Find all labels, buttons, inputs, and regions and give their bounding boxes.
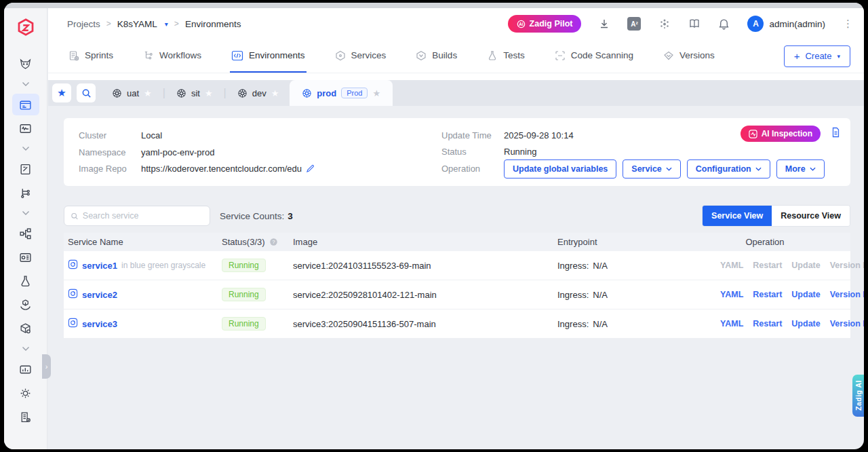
restart-link[interactable]: Restart [753, 261, 782, 270]
star-icon[interactable]: ★ [271, 88, 279, 98]
apps-cluster-icon[interactable] [658, 18, 671, 30]
service-dropdown-button[interactable]: Service [623, 159, 680, 178]
code-scanning-icon [555, 50, 566, 61]
search-service-input[interactable] [83, 211, 203, 221]
tab-builds[interactable]: Builds [414, 39, 458, 73]
row-operations: YAML Restart Update Version history [715, 261, 864, 270]
chevron-down-icon[interactable] [12, 141, 39, 156]
yaml-link[interactable]: YAML [720, 290, 743, 299]
help-icon[interactable]: ? [269, 238, 278, 246]
chevron-right-icon: › [45, 362, 48, 371]
tree-branch-icon[interactable] [12, 182, 39, 204]
service-view-button[interactable]: Service View [703, 206, 772, 226]
status-value: Running [504, 147, 536, 157]
env-tab-sit[interactable]: sit ★ [165, 80, 224, 106]
pilot-label: Zadig Pilot [530, 19, 573, 29]
pulse-monitor-icon[interactable] [12, 117, 39, 139]
env-tab-dev[interactable]: dev ★ [226, 80, 290, 106]
document-edit-icon[interactable] [12, 158, 39, 180]
header-status: Status(3/3) ? [216, 237, 288, 247]
service-name-link[interactable]: service2 [82, 290, 117, 300]
service-search[interactable] [64, 206, 210, 226]
delivery-cube-icon[interactable] [12, 294, 39, 316]
project-window-icon[interactable] [12, 94, 39, 115]
fox-icon[interactable] [12, 53, 39, 75]
zadig-ai-side-tab[interactable]: Zadig AI [852, 375, 864, 417]
bell-icon[interactable] [718, 18, 730, 30]
entrypoint-label: Ingress: [557, 261, 589, 271]
edit-pencil-icon[interactable] [306, 164, 315, 173]
chevron-down-icon[interactable] [12, 341, 39, 356]
chevron-down-icon [755, 167, 762, 171]
document-icon[interactable] [831, 127, 841, 140]
star-icon[interactable]: ★ [205, 88, 213, 98]
project-dropdown-caret-icon[interactable]: ▾ [165, 20, 168, 28]
update-link[interactable]: Update [791, 290, 820, 299]
configuration-dropdown-button[interactable]: Configuration [687, 159, 770, 178]
service-name-link[interactable]: service3 [82, 319, 117, 329]
version-history-link[interactable]: Version history [830, 290, 864, 299]
tab-tests[interactable]: Tests [486, 39, 526, 73]
star-icon[interactable]: ★ [372, 88, 380, 98]
builds-icon [416, 50, 427, 61]
search-icon [71, 212, 79, 221]
zadig-pilot-button[interactable]: AI Zadig Pilot [508, 15, 582, 33]
stats-window-icon[interactable] [12, 358, 39, 380]
env-tab-prod[interactable]: prod Prod ★ [290, 80, 393, 106]
env-tab-uat[interactable]: uat ★ [101, 80, 163, 106]
cluster-label: Cluster [79, 130, 141, 140]
dashboard-window-icon[interactable] [12, 246, 39, 268]
more-dropdown-button[interactable]: More [776, 159, 825, 178]
resource-view-button[interactable]: Resource View [772, 206, 850, 226]
chevron-down-icon[interactable] [12, 206, 39, 221]
restart-link[interactable]: Restart [753, 319, 782, 328]
gear-icon[interactable] [12, 382, 39, 404]
star-icon[interactable]: ★ [144, 88, 152, 98]
update-link[interactable]: Update [791, 261, 820, 270]
tab-versions[interactable]: Versions [662, 39, 716, 73]
tab-workflows[interactable]: Workflows [142, 39, 203, 73]
tab-services[interactable]: Services [334, 39, 388, 73]
update-global-variables-button[interactable]: Update global variables [504, 159, 616, 178]
zadig-logo-icon[interactable] [16, 18, 36, 41]
package-gear-icon[interactable] [12, 318, 39, 339]
yaml-link[interactable]: YAML [720, 261, 743, 270]
tab-sprints[interactable]: Sprints [67, 39, 115, 73]
favorite-filter-button[interactable]: ★ [52, 83, 71, 102]
env-search-button[interactable] [77, 83, 96, 102]
docs-book-icon[interactable] [688, 18, 701, 30]
breadcrumb-project[interactable]: K8sYAML [117, 19, 157, 29]
version-history-link[interactable]: Version history [830, 319, 864, 328]
kubernetes-icon [237, 88, 248, 98]
restart-link[interactable]: Restart [753, 290, 782, 299]
service-icon [68, 288, 78, 301]
pilot-ai-icon: AI [517, 20, 526, 29]
chevron-down-icon[interactable] [12, 77, 39, 92]
update-link[interactable]: Update [791, 319, 820, 328]
building-icon[interactable] [12, 406, 39, 428]
table-header-row: Service Name Status(3/3) ? Image Entrypo… [64, 233, 850, 251]
breadcrumb-page: Environments [185, 19, 241, 29]
namespace-label: Namespace [79, 147, 141, 157]
user-menu[interactable]: A admin(admin) [747, 16, 825, 32]
tab-code-scanning[interactable]: Code Scanning [553, 39, 635, 73]
breadcrumb-projects[interactable]: Projects [67, 19, 100, 29]
entrypoint-value: N/A [593, 261, 608, 271]
download-icon[interactable] [599, 18, 610, 29]
kebab-menu-icon[interactable]: ⋮ [843, 18, 853, 30]
flask-icon[interactable] [12, 270, 39, 292]
tab-environments[interactable]: Environments [230, 39, 307, 73]
create-button[interactable]: + Create ▾ [784, 45, 850, 67]
chevron-down-icon [666, 167, 672, 171]
topology-icon[interactable] [12, 223, 39, 244]
language-icon[interactable]: A² [627, 17, 641, 31]
status-badge: Running [222, 259, 266, 272]
services-table: Service Name Status(3/3) ? Image Entrypo… [64, 233, 850, 339]
image-value: service1:20241031155523-69-main [288, 261, 552, 271]
yaml-link[interactable]: YAML [720, 319, 743, 328]
version-history-link[interactable]: Version history [830, 261, 864, 270]
update-time-label: Update Time [441, 130, 504, 140]
service-name-link[interactable]: service1 [82, 261, 117, 271]
ai-inspection-button[interactable]: AI Inspection [741, 126, 821, 142]
versions-icon [663, 50, 674, 61]
